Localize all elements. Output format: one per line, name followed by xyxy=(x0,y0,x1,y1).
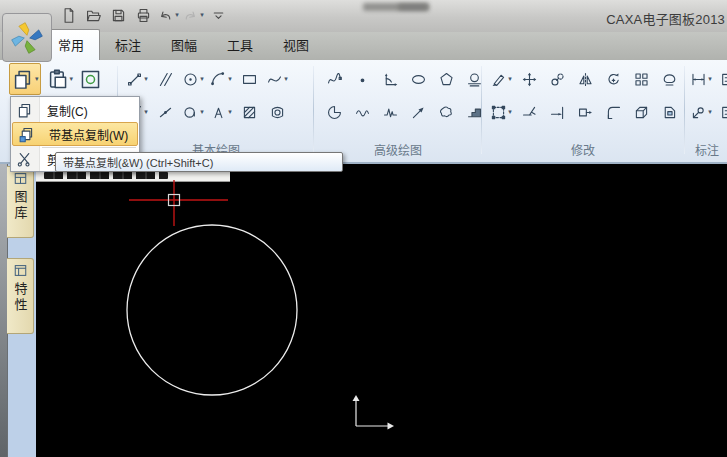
dropdown-arrow-icon[interactable]: ▾ xyxy=(70,75,74,83)
extend-button[interactable] xyxy=(545,99,569,125)
dropdown-arrow-icon[interactable]: ▾ xyxy=(284,75,288,83)
formula-curve-button[interactable]: ▾ xyxy=(181,99,205,125)
sidebar-tab-properties[interactable]: 特性 xyxy=(7,258,34,334)
move-button[interactable] xyxy=(517,66,541,92)
dropdown-arrow-icon[interactable]: ▾ xyxy=(35,75,39,83)
save-button[interactable] xyxy=(106,3,130,27)
freehand-curve-button[interactable] xyxy=(322,66,346,92)
mirror-button[interactable] xyxy=(573,66,597,92)
wave-line-icon xyxy=(354,104,371,121)
rotate-icon xyxy=(605,71,622,88)
tab-dimension[interactable]: 标注 xyxy=(100,30,156,60)
undo-button[interactable]: ▾ xyxy=(156,3,180,27)
format-brush-icon xyxy=(79,68,102,91)
ellipse-button[interactable] xyxy=(406,66,430,92)
mirror-icon xyxy=(577,71,594,88)
dimension-row2: ▾ xyxy=(687,96,727,128)
dropdown-arrow-icon[interactable]: ▾ xyxy=(144,108,148,116)
sample-curve-button[interactable] xyxy=(378,99,402,125)
segment-button[interactable] xyxy=(153,99,177,125)
hatch-button[interactable] xyxy=(237,99,261,125)
local-detail-button[interactable] xyxy=(265,99,289,125)
solid-block-button[interactable] xyxy=(462,99,486,125)
rotate-button[interactable] xyxy=(601,66,625,92)
chamfer-button[interactable] xyxy=(657,99,681,125)
stamp-button[interactable] xyxy=(657,66,681,92)
dropdown-arrow-icon[interactable]: ▾ xyxy=(228,108,232,116)
spline-button[interactable]: ▾ xyxy=(265,66,289,92)
rectangle-button[interactable] xyxy=(237,66,261,92)
box3d-button[interactable] xyxy=(629,99,653,125)
polygon-icon xyxy=(438,71,455,88)
fillet-button[interactable] xyxy=(601,99,625,125)
scale-button[interactable]: ▾ xyxy=(489,99,513,125)
box3d-icon xyxy=(633,104,650,121)
redo-button[interactable]: ▾ xyxy=(181,3,205,27)
sidebar-tab-library[interactable]: 图库 xyxy=(7,166,34,238)
open-file-icon xyxy=(85,7,102,24)
new-doc-button[interactable] xyxy=(56,3,80,27)
format-brush-button[interactable] xyxy=(78,64,103,94)
dropdown-arrow-icon[interactable]: ▾ xyxy=(175,11,179,19)
array-icon xyxy=(633,71,650,88)
app-menu-button[interactable] xyxy=(2,13,52,62)
tangent-circle-icon xyxy=(466,71,483,88)
dimension-button[interactable]: ▾ xyxy=(689,66,713,92)
point-button[interactable] xyxy=(350,66,374,92)
parallel-lines-button[interactable] xyxy=(153,66,177,92)
contour-button[interactable] xyxy=(434,99,458,125)
circle-button[interactable]: ▾ xyxy=(181,66,205,92)
tangent-circle-button[interactable] xyxy=(462,66,486,92)
open-file-button[interactable] xyxy=(81,3,105,27)
dropdown-arrow-icon[interactable]: ▾ xyxy=(228,75,232,83)
ellipse-icon xyxy=(410,71,427,88)
scale-icon xyxy=(490,104,507,121)
array-button[interactable] xyxy=(629,66,653,92)
text-button[interactable]: ▾ xyxy=(209,99,233,125)
menu-separator xyxy=(42,147,136,148)
axis-button[interactable] xyxy=(378,66,402,92)
polygon-button[interactable] xyxy=(434,66,458,92)
dropdown-arrow-icon[interactable]: ▾ xyxy=(144,75,148,83)
dropdown-arrow-icon[interactable]: ▾ xyxy=(200,108,204,116)
coordinate-button[interactable]: ▾ xyxy=(689,99,713,125)
partial-button[interactable] xyxy=(717,99,727,125)
print-button[interactable] xyxy=(131,3,155,27)
dropdown-arrow-icon[interactable]: ▾ xyxy=(708,75,712,83)
dropdown-arrow-icon[interactable]: ▾ xyxy=(200,75,204,83)
basic-draw-row1: ▾▾▾▾ xyxy=(120,63,312,95)
tab-tools[interactable]: 工具 xyxy=(212,30,268,60)
partial-button[interactable] xyxy=(717,66,727,92)
erase-button[interactable]: ▾ xyxy=(489,66,513,92)
tooltip: 带基点复制(&W) (Ctrl+Shift+C) xyxy=(55,152,343,172)
dropdown-arrow-icon[interactable]: ▾ xyxy=(508,108,512,116)
origin-axes-icon xyxy=(353,395,395,430)
trim-button[interactable] xyxy=(517,99,541,125)
basic-draw-row2: ▾▾▾ xyxy=(120,96,312,128)
dropdown-arrow-icon[interactable]: ▾ xyxy=(508,75,512,83)
sidebar-tab-label: 图库 xyxy=(11,190,30,222)
copy-button[interactable]: ▾ xyxy=(9,63,41,95)
menu-item-copy-with-base[interactable]: 带基点复制(W) xyxy=(12,122,138,146)
properties-icon xyxy=(13,263,28,278)
line-button[interactable]: ▾ xyxy=(125,66,149,92)
pie-button[interactable] xyxy=(322,99,346,125)
stretch-icon xyxy=(577,104,594,121)
arrow-button[interactable] xyxy=(406,99,430,125)
qat-customize-button[interactable] xyxy=(206,3,230,27)
paste-button[interactable]: ▾ xyxy=(45,64,75,94)
offset-copy-button[interactable] xyxy=(545,66,569,92)
tab-view[interactable]: 视图 xyxy=(268,30,324,60)
text-icon xyxy=(210,104,227,121)
tab-frame[interactable]: 图幅 xyxy=(156,30,212,60)
dropdown-arrow-icon[interactable]: ▾ xyxy=(708,108,712,116)
wave-line-button[interactable] xyxy=(350,99,374,125)
arc-button[interactable]: ▾ xyxy=(209,66,233,92)
drawing-canvas[interactable] xyxy=(36,164,727,457)
arrow-icon xyxy=(410,104,427,121)
dropdown-arrow-icon[interactable]: ▾ xyxy=(200,11,204,19)
stretch-button[interactable] xyxy=(573,99,597,125)
menu-item-copy[interactable]: 复制(C) xyxy=(11,98,139,122)
coordinate-icon xyxy=(690,104,707,121)
drawn-circle[interactable] xyxy=(127,225,297,395)
